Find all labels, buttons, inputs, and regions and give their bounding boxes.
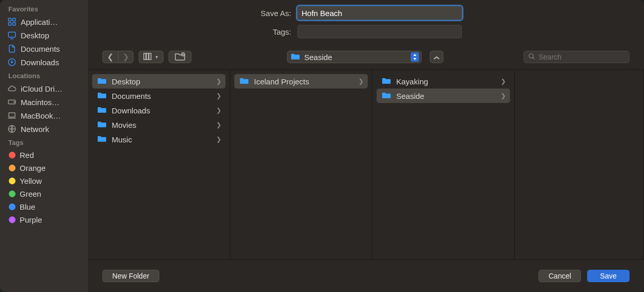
sidebar-tag-red[interactable]: Red bbox=[0, 149, 88, 162]
laptop-icon bbox=[7, 111, 17, 120]
sidebar-item-label: Applicati… bbox=[21, 18, 58, 26]
apps-icon bbox=[7, 17, 17, 26]
chevron-right-icon: ❯ bbox=[501, 92, 506, 99]
chevron-right-icon: ❯ bbox=[358, 78, 364, 85]
row-label: Desktop bbox=[112, 77, 140, 86]
sidebar-item-label: Documents bbox=[21, 45, 60, 53]
folder-row-seaside[interactable]: Seaside❯ bbox=[377, 89, 510, 103]
sidebar-tag-blue[interactable]: Blue bbox=[0, 200, 88, 213]
sidebar-tag-orange[interactable]: Orange bbox=[0, 162, 88, 174]
sidebar-item-macintosh[interactable]: Macintos… bbox=[0, 95, 88, 109]
save-as-label: Save As: bbox=[98, 9, 297, 18]
sidebar-item-label: Blue bbox=[20, 202, 35, 211]
column-3: Kayaking❯ Seaside❯ bbox=[372, 70, 515, 259]
path-selector[interactable]: Seaside bbox=[287, 51, 422, 63]
svg-rect-4 bbox=[8, 32, 16, 37]
nav-buttons: ❮ ❯ bbox=[102, 51, 133, 63]
tag-dot-icon bbox=[9, 203, 16, 210]
folder-icon bbox=[97, 92, 107, 100]
tags-label: Tags: bbox=[98, 27, 297, 36]
new-folder-icon-button[interactable] bbox=[169, 51, 191, 63]
sidebar-item-documents[interactable]: Documents bbox=[0, 42, 88, 55]
tag-dot-icon bbox=[9, 191, 16, 197]
svg-rect-10 bbox=[144, 53, 146, 60]
tag-dot-icon bbox=[9, 178, 16, 184]
folder-row-movies[interactable]: Movies❯ bbox=[92, 118, 226, 132]
tags-input[interactable] bbox=[297, 25, 462, 38]
nav-forward-button[interactable]: ❯ bbox=[118, 51, 133, 63]
svg-rect-3 bbox=[13, 23, 16, 25]
save-dialog: Favorites Applicati… Desktop Documents D… bbox=[0, 0, 644, 292]
svg-rect-11 bbox=[146, 53, 148, 60]
sidebar-item-downloads[interactable]: Downloads bbox=[0, 55, 88, 69]
folder-row-music[interactable]: Music❯ bbox=[92, 132, 226, 147]
sidebar-item-label: Purple bbox=[20, 215, 42, 224]
svg-rect-0 bbox=[8, 18, 11, 21]
chevron-up-icon bbox=[433, 53, 440, 62]
sidebar-item-label: iCloud Dri… bbox=[21, 84, 63, 93]
tag-dot-icon bbox=[9, 216, 16, 223]
new-folder-button[interactable]: New Folder bbox=[102, 270, 159, 282]
column-1: Desktop❯ Documents❯ Downloads❯ Movies❯ M… bbox=[88, 70, 230, 259]
sidebar-item-label: Network bbox=[21, 125, 49, 134]
chevron-left-icon: ❮ bbox=[107, 52, 114, 62]
footer: New Folder Cancel Save bbox=[88, 260, 644, 292]
search-box[interactable] bbox=[523, 51, 630, 63]
view-mode-button[interactable]: ▼ bbox=[139, 51, 163, 63]
cancel-button[interactable]: Cancel bbox=[538, 270, 581, 282]
folder-row-desktop[interactable]: Desktop❯ bbox=[92, 74, 226, 89]
sidebar-item-label: Macintos… bbox=[21, 98, 59, 107]
row-label: Kayaking bbox=[396, 77, 428, 86]
svg-rect-1 bbox=[13, 18, 16, 21]
row-label: Downloads bbox=[112, 106, 150, 115]
svg-point-7 bbox=[14, 101, 15, 103]
folder-row-documents[interactable]: Documents❯ bbox=[92, 89, 226, 103]
disk-icon bbox=[7, 97, 17, 107]
sidebar-item-network[interactable]: Network bbox=[0, 122, 88, 136]
sidebar: Favorites Applicati… Desktop Documents D… bbox=[0, 0, 88, 292]
sidebar-tag-green[interactable]: Green bbox=[0, 187, 88, 200]
folder-icon bbox=[382, 92, 391, 100]
save-button[interactable]: Save bbox=[587, 270, 630, 282]
sidebar-item-label: Orange bbox=[20, 164, 46, 172]
nav-back-button[interactable]: ❮ bbox=[102, 51, 118, 63]
toolbar: ❮ ❯ ▼ Seaside bbox=[88, 49, 644, 69]
sidebar-item-applications[interactable]: Applicati… bbox=[0, 15, 88, 28]
sidebar-item-macbook[interactable]: MacBook… bbox=[0, 109, 88, 122]
sidebar-header-locations: Locations bbox=[0, 69, 88, 82]
folder-row-kayaking[interactable]: Kayaking❯ bbox=[377, 74, 510, 89]
folder-row-downloads[interactable]: Downloads❯ bbox=[92, 103, 226, 118]
sidebar-item-desktop[interactable]: Desktop bbox=[0, 28, 88, 42]
desktop-icon bbox=[7, 31, 17, 40]
sidebar-item-label: Downloads bbox=[21, 58, 59, 67]
svg-rect-2 bbox=[8, 23, 11, 25]
folder-icon bbox=[97, 121, 107, 129]
chevron-right-icon: ❯ bbox=[216, 107, 221, 114]
save-as-input[interactable] bbox=[297, 6, 462, 20]
column-4 bbox=[515, 70, 644, 259]
sidebar-item-label: Green bbox=[20, 189, 41, 198]
row-label: Music bbox=[112, 135, 132, 144]
folder-icon bbox=[97, 77, 107, 86]
folder-row-iceland-projects[interactable]: Iceland Projects❯ bbox=[234, 74, 368, 89]
sidebar-item-icloud[interactable]: iCloud Dri… bbox=[0, 82, 88, 95]
folder-icon bbox=[97, 106, 107, 115]
cloud-icon bbox=[7, 84, 17, 93]
folder-plus-icon bbox=[174, 52, 186, 62]
column-2: Iceland Projects❯ bbox=[230, 70, 372, 259]
column-browser: Desktop❯ Documents❯ Downloads❯ Movies❯ M… bbox=[88, 69, 644, 260]
tag-dot-icon bbox=[9, 165, 16, 171]
search-input[interactable] bbox=[538, 53, 625, 61]
chevron-right-icon: ❯ bbox=[216, 92, 221, 99]
folder-icon bbox=[239, 77, 249, 86]
collapse-button[interactable] bbox=[430, 51, 443, 63]
sidebar-tag-yellow[interactable]: Yellow bbox=[0, 174, 88, 187]
columns-icon bbox=[143, 53, 154, 62]
document-icon bbox=[7, 44, 17, 53]
chevron-right-icon: ❯ bbox=[501, 78, 506, 85]
svg-rect-12 bbox=[149, 53, 151, 60]
chevron-right-icon: ❯ bbox=[123, 52, 129, 62]
tag-dot-icon bbox=[9, 152, 16, 158]
sidebar-header-tags: Tags bbox=[0, 136, 88, 149]
sidebar-tag-purple[interactable]: Purple bbox=[0, 213, 88, 226]
